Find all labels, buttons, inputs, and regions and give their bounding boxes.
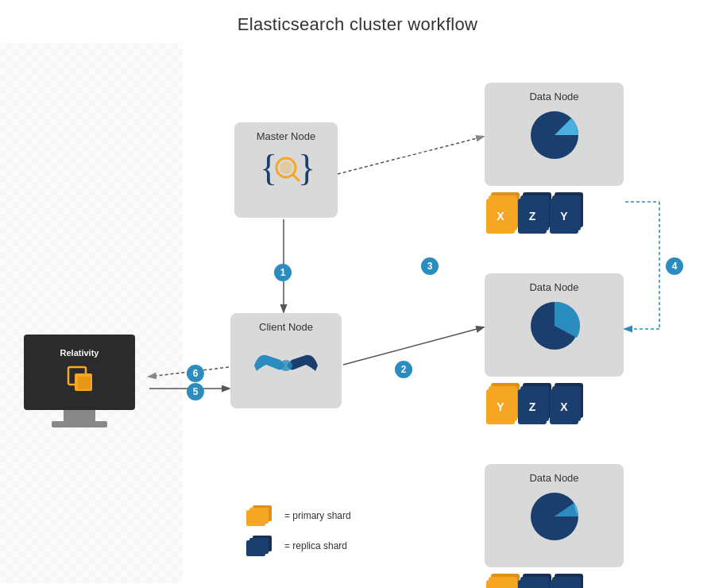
svg-rect-19 — [78, 377, 91, 389]
svg-line-2 — [338, 137, 483, 174]
step-badge-6: 6 — [187, 365, 204, 382]
shard-y-2: Y — [486, 383, 515, 426]
legend-primary-text: = primary shard — [284, 510, 351, 521]
svg-rect-25 — [246, 540, 265, 556]
step-badge-2: 2 — [395, 361, 412, 378]
step-badge-5: 5 — [187, 383, 204, 400]
shard-x-3: X — [518, 574, 547, 588]
shard-x-1: X — [486, 192, 515, 235]
data-node-2-label: Data Node — [529, 281, 578, 293]
svg-point-13 — [280, 360, 292, 371]
data-node-1-box: Data Node — [485, 83, 624, 186]
diagram-area: Master Node { } Client Node — [0, 43, 715, 583]
client-node-icon — [250, 338, 322, 385]
background-pattern — [0, 43, 183, 583]
data-node-3-box: Data Node — [485, 464, 624, 567]
shard-z-3: Z — [486, 574, 515, 588]
data-node-2-box: Data Node — [485, 273, 624, 377]
shard-y-3: Y — [550, 574, 578, 588]
data-node-2-chart — [527, 298, 582, 354]
master-node-box: Master Node { } — [234, 122, 338, 218]
svg-text:}: } — [298, 148, 314, 188]
legend-replica-text: = replica shard — [284, 540, 347, 551]
data-node-3-chart — [527, 489, 582, 544]
step-badge-1: 1 — [274, 264, 292, 281]
monitor-box: Relativity — [16, 329, 143, 432]
legend-replica: = replica shard — [246, 534, 351, 558]
master-node-icon: { } — [258, 147, 314, 191]
client-node-label: Client Node — [259, 321, 313, 333]
monitor-screen: Relativity — [24, 335, 135, 410]
data-node-2-shards: Y Z X — [486, 383, 578, 426]
svg-text:{: { — [260, 148, 277, 188]
shard-y-1: Y — [550, 192, 578, 235]
shard-x-2: X — [550, 383, 578, 426]
page-title: Elasticsearch cluster workflow — [0, 0, 715, 43]
client-node-box: Client Node — [230, 313, 342, 408]
svg-point-12 — [280, 161, 292, 174]
data-node-1-label: Data Node — [529, 91, 578, 103]
step-badge-3: 3 — [421, 257, 439, 275]
master-node-label: Master Node — [257, 130, 315, 142]
step-badge-4: 4 — [666, 257, 683, 275]
monitor-base — [52, 421, 107, 427]
relativity-label: Relativity — [60, 348, 99, 358]
legend: = primary shard = replica shard — [246, 504, 351, 558]
data-node-1-chart — [527, 107, 582, 163]
legend-primary: = primary shard — [246, 504, 351, 528]
monitor-stand — [64, 410, 95, 421]
svg-line-1 — [343, 327, 483, 365]
data-node-1-shards: X Z Y — [486, 192, 578, 235]
data-node-3-label: Data Node — [529, 472, 578, 484]
data-node-3-shards: Z X Y — [486, 574, 578, 588]
svg-rect-22 — [246, 510, 265, 526]
shard-z-1: Z — [518, 192, 547, 235]
shard-z-2: Z — [518, 383, 547, 426]
